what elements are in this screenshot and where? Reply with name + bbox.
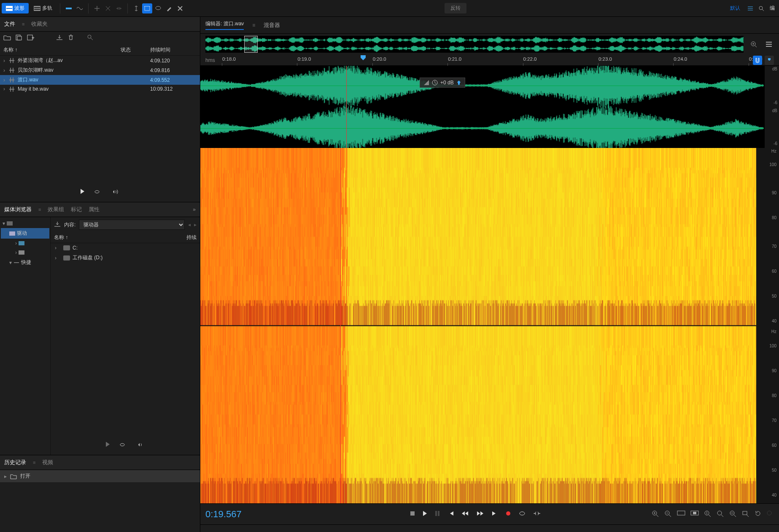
trash-icon[interactable]: [67, 34, 74, 42]
play-button[interactable]: [423, 511, 427, 517]
panel-menu-icon[interactable]: ≡: [22, 21, 24, 27]
file-row[interactable]: › ╋╋ 渡口.wav 4:09.552: [0, 75, 200, 85]
heal-tool-icon[interactable]: [175, 3, 185, 13]
panel-menu-icon[interactable]: ≡: [33, 460, 35, 465]
skip-selection-button[interactable]: [533, 511, 541, 518]
marquee-tool-icon[interactable]: [142, 3, 152, 13]
tab-markers[interactable]: 标记: [71, 206, 82, 213]
zoom-selection-icon[interactable]: [690, 510, 699, 518]
workspace-default-button[interactable]: 默认: [726, 5, 744, 12]
zoom-nav-icon[interactable]: [749, 39, 759, 49]
brush-tool-icon[interactable]: [164, 3, 174, 13]
view-multitrack-tab[interactable]: 多轨: [30, 3, 57, 13]
tab-history[interactable]: 历史记录: [4, 459, 26, 466]
tab-favorites[interactable]: 收藏夹: [31, 20, 48, 28]
zoom-in-sel-icon[interactable]: [729, 510, 737, 518]
waveform-display[interactable]: L R +0 dB dB -6 dB -6: [200, 66, 779, 148]
loop-preview-button[interactable]: [119, 442, 127, 449]
panel-overflow-icon[interactable]: »: [193, 207, 196, 212]
file-row[interactable]: › ╋╋ May it be.wav 10:09.312: [0, 85, 200, 93]
pause-button[interactable]: [434, 511, 440, 518]
prev-button[interactable]: [448, 511, 454, 518]
import-icon[interactable]: [56, 35, 63, 42]
forward-icon[interactable]: ▸: [194, 222, 197, 228]
zoom-reset-icon[interactable]: [755, 510, 761, 518]
expand-icon[interactable]: ›: [55, 255, 61, 261]
autoplay-button[interactable]: [111, 189, 120, 196]
view-waveform-tab[interactable]: 波形: [2, 3, 29, 13]
loop-button[interactable]: [519, 511, 526, 518]
overview-waveform[interactable]: [205, 36, 744, 53]
file-row[interactable]: › ╋╋ 贝加尔湖畔.wav 4:09.816: [0, 65, 200, 75]
col-status[interactable]: 状态: [121, 46, 150, 54]
expand-icon[interactable]: ›: [3, 58, 9, 64]
expand-icon[interactable]: ›: [3, 86, 9, 92]
play-preview-button[interactable]: [81, 189, 84, 196]
slip-tool-icon[interactable]: [114, 3, 124, 13]
tab-media-browser[interactable]: 媒体浏览器: [4, 206, 32, 213]
search-help-icon[interactable]: [756, 3, 766, 13]
drive-row[interactable]: › 工作磁盘 (D:): [51, 253, 200, 263]
zoom-out-amp-icon[interactable]: [717, 510, 724, 518]
zoom-in-amp-icon[interactable]: [704, 510, 712, 518]
expand-icon[interactable]: ›: [55, 245, 61, 251]
tree-expand-row[interactable]: ▾: [1, 219, 49, 228]
tree-subrow[interactable]: ›: [1, 248, 49, 257]
time-select-tool-icon[interactable]: [131, 3, 141, 13]
tab-effects[interactable]: 效果组: [48, 206, 64, 213]
tab-editor[interactable]: 编辑器: 渡口.wav: [205, 20, 244, 30]
history-item[interactable]: ▸ 打开: [0, 470, 200, 482]
new-multitrack-icon[interactable]: +: [27, 35, 35, 42]
zoom-in-time-icon[interactable]: [652, 510, 659, 518]
spectral-pitch-icon[interactable]: [75, 3, 85, 13]
col-name[interactable]: 名称 ↑: [54, 234, 186, 241]
lasso-tool-icon[interactable]: [153, 3, 163, 13]
gain-hud[interactable]: +0 dB: [420, 78, 465, 88]
zoom-out-time-icon[interactable]: [664, 510, 672, 518]
open-file-icon[interactable]: [3, 35, 11, 42]
spectral-freq-icon[interactable]: [64, 3, 74, 13]
expand-icon[interactable]: ›: [3, 77, 9, 83]
tree-shortcuts-row[interactable]: ▾快捷: [1, 257, 49, 268]
content-select[interactable]: 驱动器: [79, 220, 185, 230]
workspace-menu-icon[interactable]: [745, 3, 755, 13]
stop-button[interactable]: [410, 511, 415, 518]
zoom-out-sel-icon[interactable]: [742, 510, 749, 518]
next-button[interactable]: [492, 511, 498, 518]
playhead-marker[interactable]: [360, 55, 366, 62]
play-preview-button[interactable]: [106, 442, 110, 449]
tree-drives-row[interactable]: 驱动: [1, 228, 49, 239]
razor-tool-icon[interactable]: [103, 3, 113, 13]
zoom-full-icon[interactable]: [677, 510, 685, 518]
timeline-ruler[interactable]: hms 0:18.00:19.00:20.00:21.00:22.00:23.0…: [200, 55, 779, 66]
loop-preview-button[interactable]: [94, 189, 101, 196]
file-row[interactable]: › ╋╋ 外婆澎湖湾（赵...av 4:09.120: [0, 56, 200, 65]
invert-button[interactable]: 反转: [445, 3, 466, 13]
panel-menu-icon[interactable]: ≡: [38, 207, 41, 212]
snap-icon[interactable]: [753, 56, 762, 65]
pin-icon[interactable]: [456, 80, 461, 85]
rewind-button[interactable]: [461, 511, 469, 518]
drive-row[interactable]: › C:: [51, 243, 200, 253]
tab-properties[interactable]: 属性: [89, 206, 100, 213]
col-name[interactable]: 名称 ↑: [3, 46, 121, 54]
panel-menu-icon[interactable]: ≡: [252, 22, 255, 28]
fastfwd-button[interactable]: [477, 511, 484, 518]
record-button[interactable]: [505, 511, 511, 518]
tab-mixer[interactable]: 混音器: [264, 21, 280, 29]
spectrogram-display[interactable]: Hz 100 90 80 70 60 50 40 Hz 100 90 80 70…: [200, 148, 779, 503]
list-view-icon[interactable]: [764, 39, 774, 49]
marker-tool-icon[interactable]: [765, 56, 774, 65]
tab-files[interactable]: 文件: [4, 20, 15, 28]
tree-subrow[interactable]: ›: [1, 239, 49, 248]
expand-icon[interactable]: ›: [3, 67, 9, 73]
zoom-custom-icon[interactable]: [766, 510, 774, 518]
col-duration[interactable]: 持续时间: [150, 46, 197, 54]
back-icon[interactable]: ◂: [188, 222, 191, 228]
move-tool-icon[interactable]: [92, 3, 102, 13]
tab-video[interactable]: 视频: [42, 459, 53, 466]
autoplay-button[interactable]: [136, 442, 145, 449]
import-media-icon[interactable]: [54, 221, 61, 228]
col-duration[interactable]: 持续: [186, 234, 197, 241]
new-file-icon[interactable]: [15, 35, 23, 42]
